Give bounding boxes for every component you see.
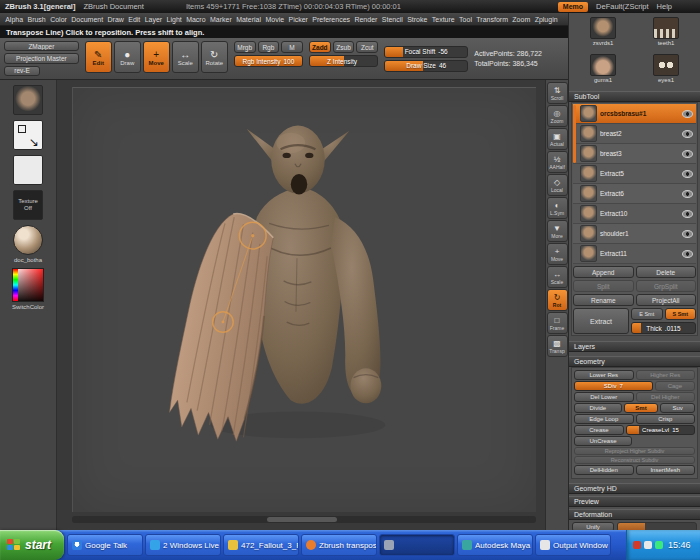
task-autodesk-maya[interactable]: Autodesk Maya 20... <box>457 534 533 556</box>
menu-picker[interactable]: Picker <box>286 16 310 23</box>
rightshelf-aahalf[interactable]: ½ AAHalf <box>547 151 568 173</box>
append-button[interactable]: Append <box>573 266 634 278</box>
texture-selector[interactable]: Texture Off <box>13 190 43 220</box>
rightshelf-lsym[interactable]: ◐ L.Sym <box>547 197 568 219</box>
menu-texture[interactable]: Texture <box>430 16 457 23</box>
del-hidden-button[interactable]: DelHidden <box>574 465 634 475</box>
mrgb-button[interactable]: Mrgb <box>234 41 256 53</box>
task-fallout-folder[interactable]: 472_Fallout_3_Po... <box>223 534 299 556</box>
geometry-section-header[interactable]: Geometry <box>569 356 700 367</box>
switch-color-button[interactable]: SwitchColor <box>12 304 44 310</box>
visibility-eye-icon[interactable] <box>682 230 693 238</box>
menu-stroke[interactable]: Stroke <box>405 16 430 23</box>
geometry-hd-section-header[interactable]: Geometry HD <box>569 483 700 494</box>
higher-res-button[interactable]: Higher Res <box>636 370 696 380</box>
visibility-eye-icon[interactable] <box>682 190 693 198</box>
visibility-eye-icon[interactable] <box>682 150 693 158</box>
scale-mode-button[interactable]: ↔ Scale <box>172 41 199 73</box>
esmt-toggle[interactable]: E Smt <box>631 308 663 320</box>
current-tool-selector[interactable] <box>13 85 43 115</box>
subtool-item[interactable]: Extract6 <box>573 184 696 204</box>
menu-draw[interactable]: Draw <box>105 16 126 23</box>
del-higher-button[interactable]: Del Higher <box>636 392 696 402</box>
menu-render[interactable]: Render <box>352 16 379 23</box>
quick-tool[interactable]: teeth1 <box>636 17 696 51</box>
crisp-toggle[interactable]: Crisp <box>636 414 696 424</box>
rev-dropdown[interactable]: rev-E <box>4 66 40 76</box>
zsub-button[interactable]: Zsub <box>333 41 355 53</box>
task-zbrush[interactable] <box>379 534 455 556</box>
visibility-eye-icon[interactable] <box>682 170 693 178</box>
hue-strip[interactable] <box>13 269 18 301</box>
focal-shift-slider[interactable]: Focal Shift -56 <box>384 46 468 58</box>
tray-messenger-icon[interactable] <box>644 541 652 549</box>
stroke-selector[interactable]: ↘ <box>13 120 43 150</box>
menu-alpha[interactable]: Alpha <box>3 16 25 23</box>
menu-marker[interactable]: Marker <box>208 16 234 23</box>
grpsplit-button[interactable]: GrpSplit <box>636 280 697 292</box>
menu-light[interactable]: Light <box>164 16 184 23</box>
subtool-item[interactable]: breast3 <box>573 144 696 164</box>
help-button[interactable]: Help <box>657 2 672 11</box>
rgb-intensity-slider[interactable]: Rgb Intensity 100 <box>234 55 303 67</box>
menu-movie[interactable]: Movie <box>263 16 286 23</box>
subtool-item[interactable]: Extract10 <box>573 204 696 224</box>
extract-button[interactable]: Extract <box>573 308 629 334</box>
task-output-window[interactable]: Output Window <box>535 534 611 556</box>
memo-button[interactable]: Memo <box>558 2 588 12</box>
quick-tool-thumbnail[interactable] <box>590 54 616 76</box>
menu-edit[interactable]: Edit <box>126 16 142 23</box>
rightshelf-frame[interactable]: □ Frame <box>547 312 568 334</box>
rightshelf-zoom[interactable]: ◎ Zoom <box>547 105 568 127</box>
rightshelf-scale[interactable]: ↔ Scale <box>547 266 568 288</box>
layers-section-header[interactable]: Layers <box>569 341 700 352</box>
edge-loop-button[interactable]: Edge Loop <box>574 414 634 424</box>
task-windows-live[interactable]: 2 Windows Live ... <box>145 534 221 556</box>
menu-material[interactable]: Material <box>234 16 263 23</box>
menu-stencil[interactable]: Stencil <box>380 16 405 23</box>
subtool-item[interactable]: orcsbsbrasu#1 <box>573 104 696 124</box>
menu-layer[interactable]: Layer <box>143 16 165 23</box>
menu-tool[interactable]: Tool <box>457 16 474 23</box>
rightshelf-scroll[interactable]: ⇅ Scroll <box>547 82 568 104</box>
subtool-scrollbar[interactable] <box>573 105 576 163</box>
zadd-button[interactable]: Zadd <box>309 41 331 53</box>
projectall-button[interactable]: ProjectAll <box>636 294 697 306</box>
reproject-button[interactable]: Reproject Higher Subdiv <box>574 447 695 455</box>
quick-tool-thumbnail[interactable] <box>653 54 679 76</box>
subtool-item[interactable]: breast2 <box>573 124 696 144</box>
menu-macro[interactable]: Macro <box>184 16 208 23</box>
visibility-eye-icon[interactable] <box>682 130 693 138</box>
rgb-button[interactable]: Rgb <box>258 41 280 53</box>
preview-section-header[interactable]: Preview <box>569 496 700 507</box>
delete-button[interactable]: Delete <box>636 266 697 278</box>
move-mode-button[interactable]: + Move <box>143 41 170 73</box>
cage-button[interactable]: Cage <box>655 381 695 391</box>
deformation-section-header[interactable]: Deformation <box>569 509 700 520</box>
rotate-mode-button[interactable]: ↻ Rotate <box>201 41 228 73</box>
smt-toggle[interactable]: Smt <box>624 403 659 413</box>
edit-mode-button[interactable]: ✎ Edit <box>85 41 112 73</box>
draw-size-slider[interactable]: Draw Size 46 <box>384 60 468 72</box>
menu-transform[interactable]: Transform <box>474 16 510 23</box>
rightshelf-move[interactable]: + Move <box>547 243 568 265</box>
z-intensity-slider[interactable]: Z Intensity <box>309 55 378 67</box>
menu-zplugin[interactable]: Zplugin <box>532 16 559 23</box>
del-lower-button[interactable]: Del Lower <box>574 392 634 402</box>
tray-security-icon[interactable] <box>633 541 641 549</box>
sculpt-model[interactable] <box>143 104 453 464</box>
sdiv-slider[interactable]: SDiv 7 <box>574 381 653 391</box>
menu-color[interactable]: Color <box>48 16 69 23</box>
zbrush-document[interactable] <box>72 87 536 512</box>
quick-tool[interactable]: gums1 <box>573 54 633 88</box>
crease-button[interactable]: Crease <box>574 425 624 435</box>
ssmt-toggle[interactable]: S Smt <box>665 308 697 320</box>
visibility-eye-icon[interactable] <box>682 110 693 118</box>
rightshelf-rotate[interactable]: ↻ Rot <box>547 289 568 311</box>
task-google-talk[interactable]: Google Talk <box>67 534 143 556</box>
subtool-item[interactable]: shoulder1 <box>573 224 696 244</box>
horizontal-scrollbar[interactable] <box>72 516 536 523</box>
start-button[interactable]: start <box>0 530 64 560</box>
tray-network-icon[interactable] <box>655 541 663 549</box>
split-button[interactable]: Split <box>573 280 634 292</box>
